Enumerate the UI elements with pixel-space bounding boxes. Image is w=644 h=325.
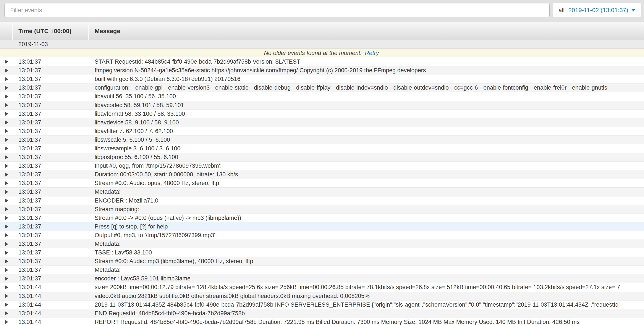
event-time: 13:01:37 — [12, 206, 88, 213]
log-row[interactable]: 13:01:37 Press [q] to stop, [?] for help — [0, 222, 644, 231]
expand-arrow-icon[interactable] — [0, 77, 12, 81]
date-range-dropdown[interactable]: all 2019-11-02 (13:01:37) — [552, 2, 642, 18]
log-row[interactable]: 13:01:37 ffmpeg version N-50244-ga1e5c35… — [0, 66, 644, 75]
log-row[interactable]: 13:01:37 Stream #0:0 -> #0:0 (opus (nati… — [0, 214, 644, 222]
expand-arrow-icon[interactable] — [0, 251, 12, 255]
expand-arrow-icon[interactable] — [0, 155, 12, 159]
expand-arrow-icon[interactable] — [0, 207, 12, 211]
event-time: 13:01:37 — [12, 111, 88, 117]
expand-arrow-icon[interactable] — [0, 129, 12, 133]
filter-events-input[interactable] — [4, 2, 550, 18]
event-message: Stream mapping: — [88, 206, 644, 213]
expand-arrow-icon[interactable] — [0, 86, 12, 90]
event-time: 13:01:37 — [12, 137, 88, 143]
expand-arrow-icon[interactable] — [0, 138, 12, 142]
triangle-right-icon — [5, 173, 8, 177]
log-row[interactable]: 13:01:37 Output #0, mp3, to '/tmp/157278… — [0, 231, 644, 240]
log-row[interactable]: 13:01:44 video:0kB audio:2821kB subtitle… — [0, 292, 644, 300]
log-row[interactable]: 13:01:37 Metadata: — [0, 266, 644, 274]
log-row[interactable]: 13:01:37 configuration: --enable-gpl --e… — [0, 83, 644, 92]
expand-arrow-icon[interactable] — [0, 164, 12, 168]
log-row[interactable]: 13:01:37 libavformat 58. 33.100 / 58. 33… — [0, 109, 644, 118]
log-row[interactable]: 13:01:37 encoder : Lavc58.59.101 libmp3l… — [0, 274, 644, 283]
range-date-label: 2019-11-02 (13:01:37) — [568, 7, 628, 14]
event-message: Duration: 00:03:00.50, start: 0.000000, … — [88, 171, 644, 178]
retry-link[interactable]: Retry. — [365, 50, 380, 56]
log-row[interactable]: 13:01:37 libswscale 5. 6.100 / 5. 6.100 — [0, 135, 644, 144]
triangle-right-icon — [5, 225, 8, 229]
log-row[interactable]: 13:01:37 Metadata: — [0, 240, 644, 248]
banner-text: No older events found at the moment. — [264, 50, 362, 56]
log-row[interactable]: 13:01:37 Metadata: — [0, 187, 644, 196]
triangle-right-icon — [5, 69, 8, 72]
log-row[interactable]: 13:01:37 libavutil 56. 35.100 / 56. 35.1… — [0, 92, 644, 101]
expand-arrow-icon[interactable] — [0, 285, 12, 289]
event-time: 13:01:44 — [12, 293, 88, 300]
expand-arrow-icon[interactable] — [0, 225, 12, 229]
expand-arrow-icon[interactable] — [0, 199, 12, 203]
event-time: 13:01:37 — [12, 232, 88, 239]
log-row[interactable]: 13:01:37 libavcodec 58. 59.101 / 58. 59.… — [0, 101, 644, 109]
chevron-down-icon — [631, 9, 636, 11]
event-message: libavdevice 58. 9.100 / 58. 9.100 — [88, 119, 644, 126]
time-column-header: Time (UTC +00:00) — [12, 22, 88, 40]
expand-arrow-icon[interactable] — [0, 216, 12, 220]
event-message: TSSE : Lavf58.33.100 — [88, 249, 644, 256]
date-separator: 2019-11-03 — [0, 40, 644, 49]
log-row[interactable]: 13:01:44 REPORT RequestId: 484b85c4-fbf0… — [0, 318, 644, 325]
event-time: 13:01:37 — [12, 267, 88, 273]
log-row[interactable]: 13:01:37 ENCODER : Mozilla71.0 — [0, 196, 644, 205]
expand-arrow-icon[interactable] — [0, 311, 12, 315]
log-row[interactable]: 13:01:37 TSSE : Lavf58.33.100 — [0, 248, 644, 257]
expand-arrow-icon[interactable] — [0, 242, 12, 246]
expand-arrow-icon[interactable] — [0, 173, 12, 177]
log-row[interactable]: 13:01:44 END RequestId: 484b85c4-fbf0-49… — [0, 309, 644, 318]
log-row[interactable]: 13:01:37 libpostproc 55. 6.100 / 55. 6.1… — [0, 153, 644, 161]
expand-arrow-icon[interactable] — [0, 190, 12, 194]
expand-arrow-icon[interactable] — [0, 95, 12, 98]
log-row[interactable]: 13:01:37 libswresample 3. 6.100 / 3. 6.1… — [0, 144, 644, 153]
event-message: libavcodec 58. 59.101 / 58. 59.101 — [88, 102, 644, 109]
triangle-right-icon — [5, 155, 8, 159]
log-row[interactable]: 13:01:37 Stream #0:0: Audio: mp3 (libmp3… — [0, 257, 644, 266]
event-message: END RequestId: 484b85c4-fbf0-490e-bcda-7… — [88, 310, 644, 317]
expand-arrow-icon[interactable] — [0, 303, 12, 307]
expand-arrow-icon[interactable] — [0, 277, 12, 281]
triangle-right-icon — [5, 60, 8, 64]
expand-arrow-icon[interactable] — [0, 320, 12, 324]
event-time: 13:01:37 — [12, 128, 88, 135]
triangle-right-icon — [5, 199, 8, 203]
event-time: 13:01:44 — [12, 284, 88, 291]
log-row[interactable]: 13:01:37 Input #0, ogg, from '/tmp/15727… — [0, 161, 644, 170]
triangle-right-icon — [5, 190, 8, 194]
event-message: Input #0, ogg, from '/tmp/1572786097399.… — [88, 162, 644, 169]
log-row[interactable]: 13:01:37 Duration: 00:03:00.50, start: 0… — [0, 170, 644, 179]
expand-arrow-icon[interactable] — [0, 120, 12, 124]
expand-arrow-icon[interactable] — [0, 268, 12, 272]
expand-arrow-icon[interactable] — [0, 112, 12, 116]
log-row[interactable]: 13:01:37 Stream mapping: — [0, 205, 644, 214]
event-message: REPORT RequestId: 484b85c4-fbf0-490e-bcd… — [88, 319, 644, 325]
expand-arrow-icon[interactable] — [0, 233, 12, 237]
log-row[interactable]: 13:01:37 START RequestId: 484b85c4-fbf0-… — [0, 57, 644, 66]
no-older-events-banner: No older events found at the moment. Ret… — [0, 49, 644, 57]
expand-arrow-icon[interactable] — [0, 181, 12, 185]
expand-arrow-icon[interactable] — [0, 60, 12, 64]
event-message: libavformat 58. 33.100 / 58. 33.100 — [88, 111, 644, 117]
triangle-right-icon — [5, 138, 8, 142]
log-row[interactable]: 13:01:37 built with gcc 6.3.0 (Debian 6.… — [0, 75, 644, 83]
expand-arrow-icon[interactable] — [0, 146, 12, 150]
log-row[interactable]: 13:01:37 libavdevice 58. 9.100 / 58. 9.1… — [0, 118, 644, 127]
event-time: 13:01:37 — [12, 223, 88, 230]
event-time: 13:01:37 — [12, 180, 88, 187]
expand-arrow-icon[interactable] — [0, 69, 12, 72]
range-date-link[interactable]: 2019-11-02 (13:01:37) — [568, 7, 636, 14]
expand-arrow-icon[interactable] — [0, 103, 12, 107]
triangle-right-icon — [5, 146, 8, 150]
log-row[interactable]: 13:01:44 size= 200kB time=00:00:12.79 bi… — [0, 283, 644, 292]
expand-arrow-icon[interactable] — [0, 260, 12, 263]
expand-arrow-icon[interactable] — [0, 294, 12, 298]
log-row[interactable]: 13:01:44 2019-11-03T13:01:44.435Z 484b85… — [0, 300, 644, 309]
log-row[interactable]: 13:01:37 Stream #0:0: Audio: opus, 48000… — [0, 179, 644, 187]
log-row[interactable]: 13:01:37 libavfilter 7. 62.100 / 7. 62.1… — [0, 127, 644, 135]
